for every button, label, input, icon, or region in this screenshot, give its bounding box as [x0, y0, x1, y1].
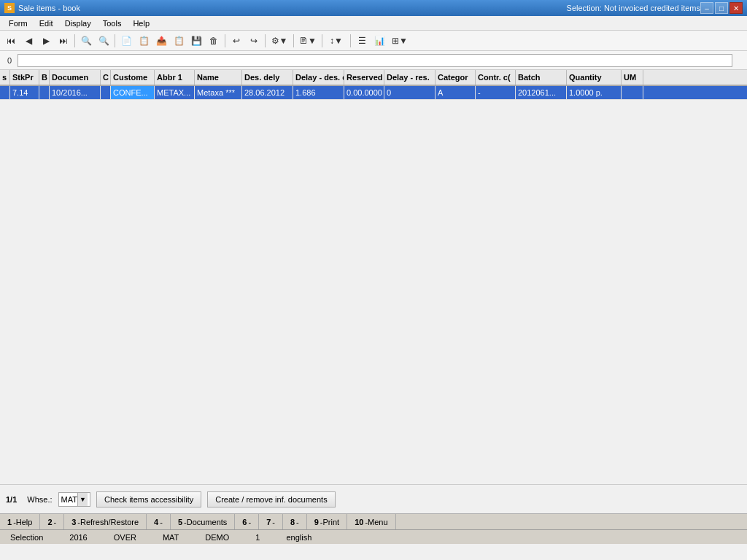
fnkey-5-num: 5	[178, 518, 182, 526]
sep5	[293, 34, 294, 47]
copy-btn[interactable]: 📋	[136, 33, 152, 49]
menu-display[interactable]: Display	[59, 18, 97, 29]
fnkey-4-label: -	[160, 518, 163, 526]
minimize-button[interactable]: –	[700, 2, 713, 14]
table-row[interactable]: 7.14 10/2016... CONFE... METAX... Metaxa…	[0, 86, 747, 100]
menu-tools[interactable]: Tools	[97, 18, 128, 29]
cell-desdelay: 28.06.2012	[242, 86, 293, 99]
redo-btn[interactable]: ↪	[246, 33, 262, 49]
col-header-batch[interactable]: Batch	[516, 70, 567, 85]
fnkey-5-label: -Documents	[184, 518, 227, 526]
view-btn[interactable]: ⚙▼	[268, 33, 290, 49]
undo-btn[interactable]: ↩	[228, 33, 244, 49]
list-btn[interactable]: ☰	[354, 33, 370, 49]
save-btn[interactable]: 💾	[188, 33, 204, 49]
title-bar: S Sale items - book Selection: Not invoi…	[0, 0, 747, 16]
fnkey-9-num: 9	[314, 518, 319, 526]
col-header-c[interactable]: C	[101, 70, 111, 85]
fnkey-3-num: 3	[71, 518, 76, 526]
fnkey-6-label: -	[248, 518, 251, 526]
col-header-quantity[interactable]: Quantity	[567, 70, 622, 85]
col-header-customer[interactable]: Custome	[111, 70, 155, 85]
fnkey-4-num: 4	[154, 518, 158, 526]
fnkey-2-label: -	[54, 518, 57, 526]
fnkey-3[interactable]: 3 -Refresh/Restore	[64, 514, 147, 529]
fnkey-1[interactable]: 1 -Help	[0, 514, 40, 529]
col-header-name[interactable]: Name	[195, 70, 242, 85]
delete-btn[interactable]: 🗑	[206, 33, 222, 49]
col-header-contr[interactable]: Contr. c(	[476, 70, 516, 85]
cell-quantity: 1.0000 p.	[567, 86, 622, 99]
status-count: 1	[249, 533, 266, 542]
check-accessibility-button[interactable]: Check items accessibility	[96, 491, 201, 508]
cell-contr: -	[476, 86, 516, 99]
primary-toolbar: ⏮ ◀ ▶ ⏭ 🔍 🔍 📄 📋 📤 📋 💾 🗑 ↩ ↪ ⚙▼ 🖹▼ ↕▼ ☰ 📊…	[0, 31, 747, 51]
cell-um	[622, 86, 643, 99]
filter-btn[interactable]: 🖹▼	[297, 33, 319, 49]
cell-batch: 2012061...	[516, 86, 567, 99]
col-header-desdelay[interactable]: Des. dely	[242, 70, 293, 85]
whse-value: MAT	[61, 495, 77, 504]
paste-btn[interactable]: 📋	[171, 33, 187, 49]
sep6	[322, 34, 322, 47]
menu-edit[interactable]: Edit	[34, 18, 59, 29]
fnkey-7[interactable]: 7 -	[259, 514, 283, 529]
window-title: Sale items - book	[18, 4, 552, 12]
sort-btn[interactable]: ↕▼	[325, 33, 347, 49]
whse-combo-arrow[interactable]: ▼	[77, 493, 88, 506]
chart-btn[interactable]: 📊	[371, 33, 387, 49]
cell-delayd: 1.686	[293, 86, 344, 99]
cell-reserved: 0.00.0000	[344, 86, 384, 99]
fnkey-10-label: -Menu	[365, 518, 387, 526]
grid-btn[interactable]: ⊞▼	[389, 33, 411, 49]
grid-scroll[interactable]: s StkPr B Documen C Custome Abbr 1 Name …	[0, 70, 747, 484]
search-btn[interactable]: 🔍	[78, 33, 94, 49]
menu-form[interactable]: Form	[3, 18, 34, 29]
cell-name: Metaxa ***	[195, 86, 242, 99]
col-header-b[interactable]: B	[39, 70, 50, 85]
fnkey-9-label: -Print	[320, 518, 339, 526]
col-header-s[interactable]: s	[0, 70, 10, 85]
next-record-btn[interactable]: ▶	[38, 33, 54, 49]
fnkey-7-label: -	[272, 518, 275, 526]
fnkey-8[interactable]: 8 -	[283, 514, 307, 529]
col-header-reserved[interactable]: Reserved	[344, 70, 384, 85]
fnkey-10-num: 10	[355, 518, 363, 526]
fnkey-8-num: 8	[290, 518, 295, 526]
fnkey-1-label: -Help	[13, 518, 32, 526]
search2-btn[interactable]: 🔍	[96, 33, 112, 49]
sep4	[265, 34, 266, 47]
status-bar: Selection 2016 OVER MAT DEMO 1 english	[0, 529, 747, 544]
page-indicator: 1/1	[6, 495, 17, 504]
fnkey-10[interactable]: 10 -Menu	[347, 514, 395, 529]
col-header-stkpr[interactable]: StkPr	[10, 70, 39, 85]
fnkey-9[interactable]: 9 -Print	[307, 514, 347, 529]
cell-b	[39, 86, 50, 99]
col-header-delayd[interactable]: Delay - des. d.	[293, 70, 344, 85]
cell-category: A	[436, 86, 476, 99]
export-btn[interactable]: 📤	[153, 33, 169, 49]
close-button[interactable]: ✕	[729, 2, 743, 14]
first-record-btn[interactable]: ⏮	[3, 33, 19, 49]
maximize-button[interactable]: □	[715, 2, 728, 14]
col-header-um[interactable]: UM	[622, 70, 643, 85]
new-btn[interactable]: 📄	[118, 33, 134, 49]
cell-stkpr: 7.14	[10, 86, 39, 99]
col-header-abbr1[interactable]: Abbr 1	[155, 70, 195, 85]
status-label: Selection	[4, 533, 49, 542]
fnkey-4[interactable]: 4 -	[147, 514, 171, 529]
col-header-delayres[interactable]: Delay - res.	[384, 70, 436, 85]
status-year: 2016	[63, 533, 93, 542]
col-header-category[interactable]: Categor	[436, 70, 476, 85]
whse-combo[interactable]: MAT ▼	[58, 492, 90, 507]
last-record-btn[interactable]: ⏭	[55, 33, 71, 49]
col-header-document[interactable]: Documen	[50, 70, 101, 85]
window-subtitle: Selection: Not invoiced credited items	[567, 4, 700, 12]
fnkey-2[interactable]: 2 -	[40, 514, 64, 529]
fnkey-6[interactable]: 6 -	[235, 514, 259, 529]
fnkey-5[interactable]: 5 -Documents	[171, 514, 235, 529]
menu-help[interactable]: Help	[127, 18, 155, 29]
prev-record-btn[interactable]: ◀	[20, 33, 36, 49]
search-input[interactable]	[18, 54, 732, 67]
create-remove-btn[interactable]: Create / remove inf. documents	[207, 491, 335, 508]
